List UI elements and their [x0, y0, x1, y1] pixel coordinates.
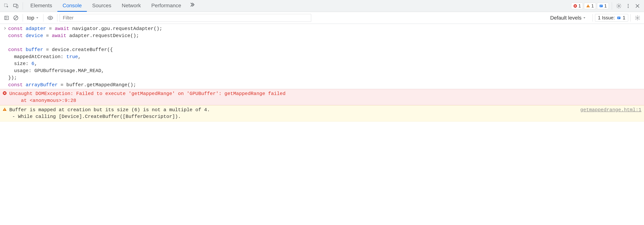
tab-performance[interactable]: Performance: [146, 0, 186, 12]
info-count: 1: [604, 3, 607, 8]
code-text: const adapter = await navigator.gpu.requ…: [8, 25, 162, 88]
chevron-down-icon: [36, 16, 39, 20]
svg-rect-7: [600, 6, 602, 6]
log-levels-label: Default levels: [550, 15, 582, 21]
console-input-history[interactable]: const adapter = await navigator.gpu.requ…: [0, 24, 644, 89]
error-count: 1: [578, 3, 581, 8]
svg-point-9: [618, 5, 620, 7]
log-levels-selector[interactable]: Default levels: [546, 15, 590, 21]
more-tabs-icon[interactable]: [186, 0, 198, 9]
svg-rect-18: [617, 16, 620, 19]
panel-tabs: Elements Console Sources Network Perform…: [25, 0, 198, 12]
sidebar-toggle-icon[interactable]: [2, 13, 11, 22]
message-counts: 1 1 1: [571, 3, 610, 9]
svg-point-21: [637, 17, 638, 19]
issues-count: 1: [623, 15, 625, 21]
svg-point-12: [628, 7, 629, 8]
clear-console-icon[interactable]: [11, 13, 20, 22]
console-settings-icon[interactable]: [633, 13, 642, 22]
warn-count-badge[interactable]: 1: [584, 3, 596, 9]
warning-icon: [2, 106, 8, 114]
svg-rect-19: [618, 17, 620, 18]
context-label: top: [27, 15, 34, 21]
svg-point-17: [50, 17, 51, 19]
svg-rect-6: [600, 5, 603, 7]
chevron-down-icon: [582, 16, 586, 20]
error-count-badge[interactable]: 1: [571, 3, 583, 9]
svg-point-11: [628, 6, 629, 6]
divider: [23, 14, 23, 22]
error-icon: [2, 90, 8, 98]
main-toolbar: Elements Console Sources Network Perform…: [0, 0, 644, 12]
divider: [612, 2, 612, 10]
divider: [592, 14, 593, 22]
svg-rect-23: [4, 109, 5, 110]
console-error-message[interactable]: Uncaught DOMException: Failed to execute…: [0, 89, 644, 105]
svg-rect-5: [588, 7, 588, 7]
warn-count: 1: [591, 3, 594, 8]
error-text: Uncaught DOMException: Failed to execute…: [9, 90, 642, 104]
info-count-badge[interactable]: 1: [597, 3, 609, 9]
tab-sources[interactable]: Sources: [87, 0, 116, 12]
console-messages: const adapter = await navigator.gpu.requ…: [0, 24, 644, 122]
kebab-menu-icon[interactable]: [624, 1, 633, 10]
divider: [23, 2, 23, 10]
live-expression-icon[interactable]: [46, 13, 55, 22]
warning-text: Buffer is mapped at creation but its siz…: [9, 106, 578, 120]
filter-input[interactable]: [60, 14, 311, 22]
prompt-icon: [2, 25, 8, 88]
tab-network[interactable]: Network: [116, 0, 146, 12]
divider: [57, 14, 58, 22]
divider: [43, 14, 44, 22]
svg-rect-4: [588, 6, 588, 6]
tab-console[interactable]: Console: [58, 0, 87, 12]
device-toggle-icon[interactable]: [11, 1, 20, 10]
context-selector[interactable]: top: [25, 15, 41, 21]
warning-source-link[interactable]: getmappedrange.html:1: [580, 106, 642, 114]
svg-rect-2: [16, 5, 18, 8]
issues-button[interactable]: 1 Issue: 1: [595, 14, 628, 22]
console-warning-message[interactable]: Buffer is mapped at creation but its siz…: [0, 105, 644, 122]
svg-line-16: [14, 16, 17, 19]
svg-rect-24: [4, 110, 5, 110]
console-toolbar: top Default levels 1 Issue: 1: [0, 12, 644, 24]
svg-point-10: [628, 4, 629, 5]
svg-rect-8: [600, 6, 601, 6]
tab-elements[interactable]: Elements: [25, 0, 58, 12]
svg-rect-13: [5, 16, 8, 20]
inspect-icon[interactable]: [2, 1, 11, 10]
close-icon[interactable]: [633, 1, 642, 10]
settings-icon[interactable]: [614, 1, 624, 10]
issues-label: 1 Issue:: [598, 15, 615, 21]
svg-rect-20: [618, 18, 619, 18]
